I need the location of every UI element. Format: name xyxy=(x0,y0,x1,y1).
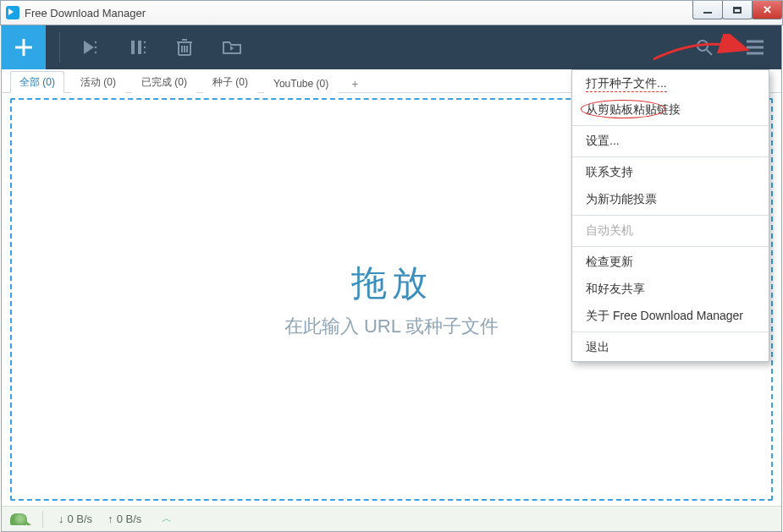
status-divider xyxy=(42,511,43,528)
svg-rect-7 xyxy=(138,41,141,54)
filter-tab-active[interactable]: 活动 (0) xyxy=(71,71,125,93)
hamburger-icon xyxy=(745,39,765,56)
download-speed: 0 B/s xyxy=(58,513,92,525)
statusbar: 0 B/s 0 B/s ︿ xyxy=(2,506,781,531)
window-buttons: ✕ xyxy=(693,1,782,19)
start-button[interactable] xyxy=(70,28,109,67)
menu-paste-from-clipboard[interactable]: 从剪贴板粘贴链接 xyxy=(572,98,769,123)
search-icon xyxy=(695,38,714,57)
app-icon xyxy=(6,6,19,19)
menu-exit[interactable]: 退出 xyxy=(572,334,769,361)
filter-tab-torrent[interactable]: 种子 (0) xyxy=(203,71,257,93)
add-filter-button[interactable]: + xyxy=(345,75,365,92)
play-icon xyxy=(80,38,99,57)
folder-icon xyxy=(222,39,242,56)
filter-tab-youtube[interactable]: YouTube (0) xyxy=(264,74,338,93)
dropzone-title: 拖放 xyxy=(351,260,433,307)
titlebar: Free Download Manager ✕ xyxy=(0,0,783,25)
add-download-button[interactable] xyxy=(2,25,46,69)
minimize-button[interactable] xyxy=(692,1,723,19)
menu-contact-support[interactable]: 联系支持 xyxy=(572,159,769,186)
menu-open-torrent-label: 打开种子文件... xyxy=(586,76,667,92)
upload-speed: 0 B/s xyxy=(108,513,141,525)
pause-button[interactable] xyxy=(118,28,157,67)
svg-point-4 xyxy=(95,47,96,48)
svg-marker-2 xyxy=(84,41,94,54)
toolbar-divider xyxy=(59,32,60,63)
menu-share-friends[interactable]: 和好友共享 xyxy=(572,276,769,303)
pause-icon xyxy=(128,38,146,57)
svg-point-18 xyxy=(698,41,708,51)
svg-line-19 xyxy=(707,50,712,55)
svg-point-10 xyxy=(144,41,146,43)
svg-point-8 xyxy=(144,52,146,53)
svg-marker-17 xyxy=(230,46,234,51)
close-button[interactable]: ✕ xyxy=(752,1,782,19)
trash-icon xyxy=(176,38,193,57)
search-button[interactable] xyxy=(685,28,724,67)
menu-open-torrent[interactable]: 打开种子文件... xyxy=(572,70,769,98)
menu-separator xyxy=(572,215,769,216)
plus-icon xyxy=(13,36,35,58)
menu-about[interactable]: 关于 Free Download Manager xyxy=(572,303,769,330)
main-menu: 打开种子文件... 从剪贴板粘贴链接 设置... 联系支持 为新功能投票 自动关… xyxy=(571,69,769,362)
menu-vote-feature[interactable]: 为新功能投票 xyxy=(572,186,769,213)
svg-point-3 xyxy=(95,52,96,53)
menu-paste-label: 从剪贴板粘贴链接 xyxy=(586,102,681,116)
maximize-button[interactable] xyxy=(722,1,753,19)
delete-button[interactable] xyxy=(165,28,204,67)
menu-separator xyxy=(572,246,769,247)
svg-point-5 xyxy=(95,41,96,43)
menu-separator xyxy=(572,156,769,157)
window-title: Free Download Manager xyxy=(25,7,146,19)
toolbar xyxy=(2,25,781,69)
menu-settings[interactable]: 设置... xyxy=(572,128,769,155)
svg-rect-6 xyxy=(131,41,135,54)
filter-tab-all[interactable]: 全部 (0) xyxy=(10,71,64,93)
menu-separator xyxy=(572,332,769,332)
hamburger-menu-button[interactable] xyxy=(736,28,775,67)
snail-mode-icon[interactable] xyxy=(10,513,27,525)
menu-check-update[interactable]: 检查更新 xyxy=(572,249,769,276)
menu-auto-shutdown[interactable]: 自动关机 xyxy=(572,217,769,244)
menu-separator xyxy=(572,125,769,126)
expand-status-toggle[interactable]: ︿ xyxy=(162,512,172,526)
dropzone-subtitle: 在此输入 URL 或种子文件 xyxy=(284,314,499,339)
open-folder-button[interactable] xyxy=(212,28,251,67)
filter-tab-completed[interactable]: 已完成 (0) xyxy=(132,71,196,93)
svg-point-9 xyxy=(144,47,146,48)
